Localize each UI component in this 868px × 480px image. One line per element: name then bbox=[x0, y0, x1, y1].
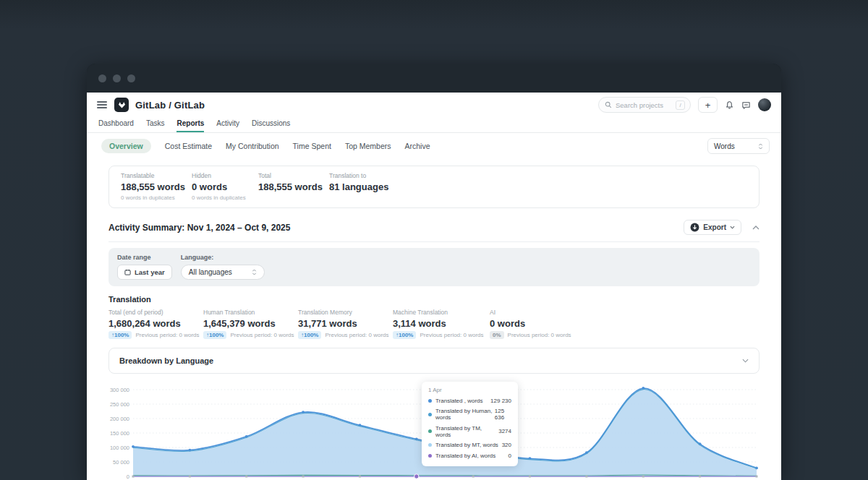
subtab-my-contribution[interactable]: My Contribution bbox=[226, 142, 279, 150]
project-summary-card: Translatable 188,555 words 0 words in du… bbox=[109, 166, 760, 208]
breakdown-title: Breakdown by Language bbox=[119, 356, 213, 365]
series-dot bbox=[428, 399, 432, 403]
stat-sub: Previous period: 0 words bbox=[508, 332, 571, 338]
unit-select-value: Words bbox=[714, 142, 735, 150]
translation-stat-human: Human Translation 1,645,379 words ↑100%P… bbox=[203, 309, 298, 339]
series-dot bbox=[428, 413, 432, 416]
breakdown-by-language-accordion[interactable]: Breakdown by Language bbox=[109, 348, 760, 374]
series-dot bbox=[428, 454, 432, 458]
stat-value: 81 languages bbox=[329, 181, 388, 192]
activity-chart[interactable]: 300 000250 000200 000150 000100 00050 00… bbox=[109, 378, 760, 480]
subtab-time-spent[interactable]: Time Spent bbox=[293, 142, 331, 150]
tooltip-value: 320 bbox=[502, 442, 511, 448]
trend-badge: 0% bbox=[490, 331, 504, 339]
stat-label: Total (end of period) bbox=[109, 309, 203, 316]
tooltip-label: Translated by AI, words bbox=[435, 453, 495, 459]
tooltip-value: 3274 bbox=[498, 428, 511, 434]
window-control-dot[interactable] bbox=[113, 74, 121, 82]
tooltip-date: 1 Apr bbox=[428, 387, 511, 393]
notifications-bell-icon[interactable] bbox=[725, 100, 734, 110]
tooltip-value: 0 bbox=[509, 453, 511, 459]
stat-value: 1,645,379 words bbox=[203, 318, 298, 329]
trend-badge: ↑100% bbox=[109, 331, 132, 339]
stat-sub: Previous period: 0 words bbox=[420, 332, 483, 338]
app-header: GitLab / GitLab / + bbox=[87, 94, 781, 116]
gitlab-tanuki-icon bbox=[117, 100, 127, 110]
stat-sub: Previous period: 0 words bbox=[325, 332, 388, 338]
search-shortcut-badge: / bbox=[676, 100, 685, 110]
stat-label: Machine Translation bbox=[393, 309, 490, 316]
tab-reports[interactable]: Reports bbox=[176, 119, 204, 132]
language-filter-group: Language: All languages bbox=[181, 254, 265, 280]
hamburger-menu-icon[interactable] bbox=[97, 101, 107, 108]
app-content: GitLab / GitLab / + bbox=[87, 93, 781, 480]
window-control-dot[interactable] bbox=[98, 74, 106, 82]
svg-text:0: 0 bbox=[127, 473, 129, 480]
add-button[interactable]: + bbox=[698, 97, 718, 113]
stat-translatable: Translatable 188,555 words 0 words in du… bbox=[121, 172, 192, 201]
stat-label: AI bbox=[490, 309, 571, 316]
select-caret-icon bbox=[758, 143, 763, 150]
filters-panel: Date range Last year Language: All langu… bbox=[109, 248, 760, 286]
language-label: Language: bbox=[181, 254, 265, 261]
trend-badge: ↑100% bbox=[298, 331, 321, 339]
subtab-top-members[interactable]: Top Members bbox=[345, 142, 391, 150]
user-avatar[interactable] bbox=[758, 98, 771, 111]
date-range-group: Date range Last year bbox=[117, 254, 172, 280]
messages-chat-icon[interactable] bbox=[741, 100, 751, 110]
stat-label: Human Translation bbox=[203, 309, 298, 316]
stat-label: Translatable bbox=[121, 172, 192, 179]
caret-down-icon bbox=[730, 226, 735, 229]
collapse-chevron-up-icon[interactable] bbox=[752, 226, 760, 230]
tooltip-label: Translated by TM, words bbox=[435, 425, 498, 438]
export-label: Export bbox=[703, 223, 726, 231]
stat-value: 0 words bbox=[192, 181, 258, 192]
export-button[interactable]: Export bbox=[684, 220, 741, 235]
search-box[interactable]: / bbox=[598, 97, 691, 113]
svg-text:150 000: 150 000 bbox=[110, 430, 129, 437]
stat-label: Translation to bbox=[329, 172, 388, 179]
date-range-value: Last year bbox=[135, 268, 165, 276]
chart-tooltip: 1 Apr Translated , words 129 230 Transla… bbox=[422, 382, 518, 466]
stat-label: Total bbox=[258, 172, 329, 179]
translation-stat-mt: Machine Translation 3,114 words ↑100%Pre… bbox=[393, 309, 490, 339]
main-tabs: Dashboard Tasks Reports Activity Discuss… bbox=[87, 116, 781, 133]
subtab-overview[interactable]: Overview bbox=[101, 139, 151, 153]
chevron-down-icon bbox=[742, 359, 749, 363]
stat-sub: Previous period: 0 words bbox=[135, 332, 199, 338]
stat-translation-to: Translation to 81 languages bbox=[329, 172, 388, 201]
tooltip-row: Translated by MT, words 320 bbox=[428, 442, 511, 448]
stat-value: 188,555 words bbox=[258, 181, 329, 192]
tab-activity[interactable]: Activity bbox=[216, 119, 239, 132]
subtab-cost-estimate[interactable]: Cost Estimate bbox=[165, 142, 212, 150]
project-logo[interactable] bbox=[114, 98, 129, 112]
tooltip-row: Translated , words 129 230 bbox=[428, 398, 511, 404]
language-select[interactable]: All languages bbox=[181, 265, 265, 280]
stat-value: 0 words bbox=[490, 318, 571, 329]
stat-value: 188,555 words bbox=[121, 181, 192, 192]
activity-summary-title: Activity Summary: Nov 1, 2024 – Oct 9, 2… bbox=[109, 223, 290, 233]
stat-value: 31,771 words bbox=[298, 318, 393, 329]
tab-discussions[interactable]: Discussions bbox=[252, 119, 290, 132]
translation-section: Translation Total (end of period) 1,680,… bbox=[109, 295, 760, 339]
svg-text:300 000: 300 000 bbox=[110, 387, 129, 393]
tab-dashboard[interactable]: Dashboard bbox=[98, 119, 134, 132]
stat-value: 1,680,264 words bbox=[109, 318, 203, 329]
stat-value: 3,114 words bbox=[393, 318, 490, 329]
subtab-archive[interactable]: Archive bbox=[405, 142, 430, 150]
stat-label: Hidden bbox=[192, 172, 258, 179]
unit-select[interactable]: Words bbox=[707, 138, 770, 154]
tooltip-label: Translated by Human, words bbox=[435, 408, 495, 421]
date-range-button[interactable]: Last year bbox=[117, 265, 172, 280]
tooltip-row: Translated by Human, words 125 636 bbox=[428, 408, 511, 421]
tooltip-row: Translated by AI, words 0 bbox=[428, 453, 511, 459]
search-input[interactable] bbox=[616, 101, 672, 109]
tab-tasks[interactable]: Tasks bbox=[146, 119, 165, 132]
stat-sub: Previous period: 0 words bbox=[230, 332, 294, 338]
translation-stat-ai: AI 0 words 0%Previous period: 0 words bbox=[490, 309, 571, 339]
tooltip-value: 129 230 bbox=[490, 398, 511, 404]
download-icon bbox=[690, 223, 699, 232]
window-control-dot[interactable] bbox=[127, 74, 135, 82]
series-dot bbox=[428, 443, 432, 447]
series-dot bbox=[428, 429, 432, 433]
